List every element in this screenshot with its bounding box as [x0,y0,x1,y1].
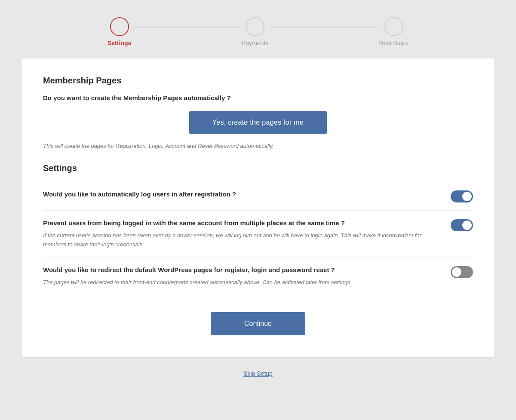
stepper: Settings Payments Next Steps [108,13,408,46]
toggle-redirect-wp-content: Would you like to redirect the default W… [43,265,451,287]
step-next-steps[interactable]: Next Steps [379,17,408,46]
toggle-prevent-multi-thumb [462,221,472,230]
toggle-row-redirect-wp: Would you like to redirect the default W… [43,258,473,295]
toggle-auto-login-thumb [462,192,472,201]
step-settings-circle [110,17,129,36]
membership-pages-section: Membership Pages Do you want to create t… [43,76,473,150]
step-connector-2 [269,27,379,28]
step-payments[interactable]: Payments [242,17,268,46]
toggle-auto-login-switch[interactable] [451,190,473,202]
step-settings[interactable]: Settings [108,17,131,46]
step-settings-label: Settings [108,40,131,46]
toggle-prevent-multi-question: Prevent users from being logged in with … [43,218,438,228]
skip-setup-wrapper: Skip Setup [243,370,273,377]
toggle-row-auto-login: Would you like to automatically log user… [43,182,473,211]
toggle-prevent-multi-description: If the current user's session has been t… [43,231,438,249]
membership-pages-question: Do you want to create the Membership Pag… [43,94,473,101]
skip-setup-link[interactable]: Skip Setup [243,370,273,377]
step-payments-circle [246,17,264,36]
create-pages-button[interactable]: Yes, create the pages for me [189,111,327,134]
toggle-auto-login-question: Would you like to automatically log user… [43,190,438,199]
step-payments-label: Payments [242,40,268,46]
continue-button[interactable]: Continue [211,312,305,335]
toggle-auto-login-content: Would you like to automatically log user… [43,190,451,199]
toggle-row-prevent-multi: Prevent users from being logged in with … [43,211,473,258]
main-card: Membership Pages Do you want to create t… [22,58,494,357]
toggle-redirect-wp-thumb [452,267,461,277]
step-next-steps-circle [384,17,403,36]
create-pages-helper-text: This will create the pages for Registrat… [43,142,473,150]
membership-pages-title: Membership Pages [43,76,473,86]
settings-title: Settings [43,163,473,173]
step-connector-1 [131,27,242,28]
settings-section: Settings Would you like to automatically… [43,163,473,295]
toggle-redirect-wp-question: Would you like to redirect the default W… [43,265,438,275]
step-next-steps-label: Next Steps [379,40,408,46]
toggle-prevent-multi-switch[interactable] [451,219,473,231]
toggle-redirect-wp-description: The pages will be redirected to their fr… [43,278,438,287]
toggle-prevent-multi-content: Prevent users from being logged in with … [43,218,451,249]
toggle-redirect-wp-switch[interactable] [451,266,473,278]
